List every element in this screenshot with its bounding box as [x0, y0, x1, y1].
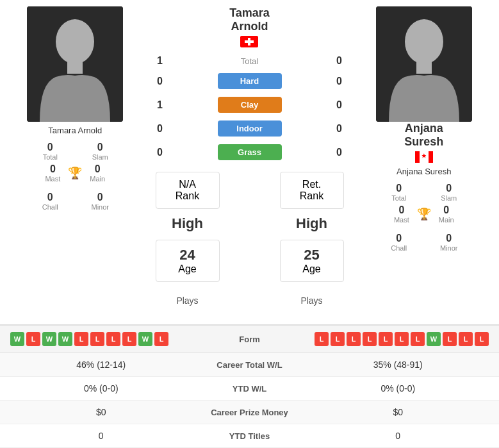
- total-score-row: 1 Total 0: [151, 55, 349, 67]
- form-badge-left: L: [90, 332, 104, 346]
- stat-right-value: 0% (0-0): [307, 383, 489, 394]
- form-badge-right: L: [363, 332, 377, 346]
- left-player-info-header: Tamara Arnold: [229, 6, 270, 47]
- stat-right-value: 35% (48-91): [307, 360, 489, 370]
- form-badge-left: W: [138, 332, 152, 346]
- left-minor-stat: 0 Minor: [80, 192, 120, 211]
- right-main-label: Main: [439, 216, 454, 224]
- right-player-name: Anjana Suresh: [397, 167, 451, 176]
- left-total-score: 1: [151, 55, 170, 67]
- left-flag-icon: [240, 36, 258, 47]
- left-grass-score: 0: [151, 147, 170, 158]
- right-minor-value: 0: [429, 233, 469, 244]
- left-age-card: 24 Age: [156, 240, 220, 282]
- form-badge-right: L: [347, 332, 361, 346]
- age-row: 24 Age 25 Age: [151, 237, 349, 285]
- right-hard-score: 0: [330, 76, 349, 87]
- form-badge-left: L: [26, 332, 40, 346]
- left-high-value: High: [172, 215, 203, 231]
- form-badge-right: L: [315, 332, 329, 346]
- right-trophy-icon: 🏆: [417, 207, 431, 221]
- high-row: High High: [151, 215, 349, 232]
- left-trophy-icon: 🏆: [68, 166, 82, 180]
- left-player-stats: 0 Total 0 Slam: [30, 142, 120, 161]
- right-mast-label: Mast: [394, 216, 409, 224]
- stats-row: 0% (0-0)YTD W/L0% (0-0): [0, 377, 499, 401]
- left-info-card: N/A Rank: [156, 172, 220, 209]
- stat-left-value: 0: [10, 431, 192, 441]
- form-badge-left: L: [122, 332, 136, 346]
- left-rank-value: N/A: [169, 179, 206, 190]
- stat-center-label: Career Total W/L: [192, 360, 307, 370]
- left-mast-label: Mast: [45, 175, 60, 183]
- svg-rect-5: [245, 40, 254, 43]
- right-chall-stat: 0 Chall: [379, 233, 419, 252]
- right-total-stat: 0 Total: [379, 183, 419, 202]
- form-badge-left: W: [42, 332, 56, 346]
- left-chall-value: 0: [30, 192, 70, 203]
- left-main-label: Main: [90, 175, 105, 183]
- form-badge-right: L: [395, 332, 409, 346]
- left-slam-value: 0: [80, 142, 120, 153]
- right-total-label: Total: [379, 194, 419, 202]
- stat-center-label: Career Prize Money: [192, 408, 307, 417]
- right-age-value: 25: [293, 247, 331, 263]
- right-main-stat: 0 Main: [439, 204, 454, 224]
- stat-center-label: YTD W/L: [192, 384, 307, 394]
- svg-rect-8: [416, 61, 432, 74]
- right-slam-stat: 0 Slam: [429, 183, 469, 202]
- left-bottom-stats: 0 Chall 0 Minor: [30, 192, 120, 211]
- right-slam-label: Slam: [429, 194, 469, 202]
- right-age-label: Age: [293, 263, 331, 275]
- form-badge-left: W: [58, 332, 72, 346]
- form-badge-right: W: [427, 332, 441, 346]
- stat-center-label: YTD Titles: [192, 431, 307, 441]
- left-total-stat: 0 Total: [30, 142, 70, 161]
- right-player-avatar: [376, 6, 472, 122]
- hard-badge: Hard: [218, 73, 282, 89]
- grass-score-row: 0 Grass 0: [151, 144, 349, 160]
- center-info-cards: N/A Rank Ret. Rank: [151, 169, 349, 212]
- form-badge-left: L: [154, 332, 168, 346]
- left-total-value: 0: [30, 142, 70, 153]
- right-high-value: High: [296, 215, 327, 231]
- right-mast-stat: 0 Mast: [394, 204, 409, 224]
- left-minor-label: Minor: [80, 203, 120, 211]
- left-plays-value: Plays: [176, 295, 198, 306]
- left-slam-stat: 0 Slam: [80, 142, 120, 161]
- svg-rect-10: [420, 151, 429, 163]
- indoor-score-row: 0 Indoor 0: [151, 120, 349, 137]
- right-trophy-row: 0 Mast 🏆 0 Main: [394, 204, 454, 224]
- left-minor-value: 0: [80, 192, 120, 203]
- total-score-label: Total: [170, 56, 330, 66]
- main-container: Tamara Arnold 0 Total 0 Slam 0 Mast 🏆: [0, 0, 499, 448]
- stats-row: $0Career Prize Money$0: [0, 401, 499, 424]
- svg-rect-2: [67, 61, 83, 74]
- right-player-info-header: Anjana Suresh: [404, 122, 443, 163]
- plays-row: Plays Plays: [151, 288, 349, 313]
- form-badge-left: L: [74, 332, 88, 346]
- right-player-header-name: Anjana Suresh: [404, 122, 443, 149]
- left-trophy-row: 0 Mast 🏆 0 Main: [45, 163, 105, 183]
- right-grass-score: 0: [330, 147, 349, 158]
- players-top-section: Tamara Arnold 0 Total 0 Slam 0 Mast 🏆: [0, 0, 499, 324]
- right-mast-value: 0: [394, 204, 409, 216]
- left-indoor-score: 0: [151, 123, 170, 135]
- left-mast-stat: 0 Mast: [45, 163, 60, 183]
- clay-badge: Clay: [218, 97, 282, 113]
- center-column: Tamara Arnold 1 Total 0: [151, 0, 349, 324]
- stat-left-value: 0% (0-0): [10, 383, 192, 394]
- stats-row: 0YTD Titles0: [0, 424, 499, 448]
- indoor-badge: Indoor: [218, 120, 282, 137]
- left-player-name: Tamara Arnold: [48, 126, 102, 135]
- left-age-value: 24: [169, 247, 206, 263]
- left-hard-score: 0: [151, 76, 170, 87]
- right-rank-label: Rank: [293, 190, 331, 202]
- form-badge-right: L: [459, 332, 473, 346]
- right-clay-score: 0: [330, 99, 349, 111]
- right-slam-value: 0: [429, 183, 469, 194]
- right-total-score: 0: [330, 55, 349, 67]
- grass-badge: Grass: [218, 144, 282, 160]
- stat-right-value: 0: [307, 431, 489, 441]
- form-badge-right: L: [331, 332, 345, 346]
